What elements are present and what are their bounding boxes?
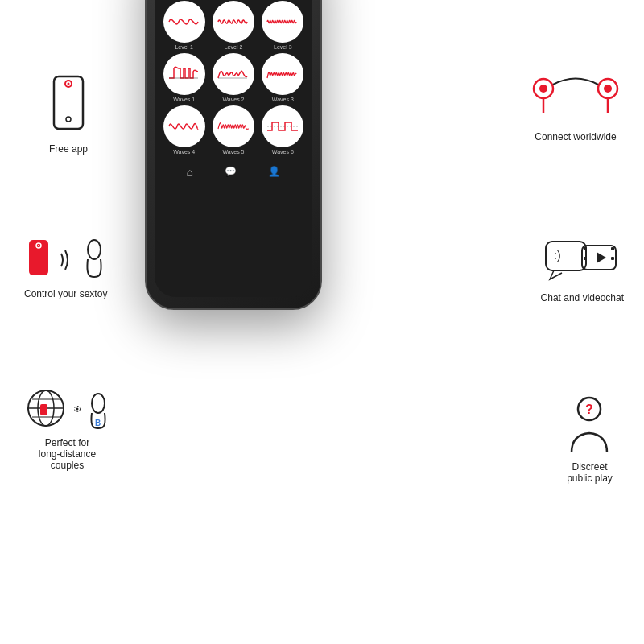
feature-discreet: ? Discreet public play xyxy=(564,394,616,484)
svg-point-23 xyxy=(539,85,547,93)
globe-icon xyxy=(24,386,68,431)
svg-rect-33 xyxy=(611,257,614,260)
nav-home-icon[interactable]: ⌂ xyxy=(187,166,193,179)
control-phone-icon xyxy=(25,237,53,282)
svg-point-7 xyxy=(66,117,71,122)
phone-outer: * ‹ Play modes ✦ Classic Music Delimit S… xyxy=(145,0,322,310)
nav-profile-icon[interactable]: 👤 xyxy=(268,166,280,179)
svg-rect-26 xyxy=(546,242,586,270)
mode-waves4[interactable]: Waves 4 xyxy=(161,105,207,155)
svg-rect-17 xyxy=(40,404,47,415)
mode-label: Waves 3 xyxy=(272,97,294,102)
svg-point-18 xyxy=(76,407,79,410)
feature-longdist: B Perfect for long-distance couples xyxy=(24,386,110,471)
connect-icon xyxy=(527,72,624,125)
mode-waves5[interactable]: Waves 5 xyxy=(210,105,256,155)
mode-label: Level 2 xyxy=(225,44,243,50)
phone-icon xyxy=(44,72,93,137)
feature-free-app: Free app xyxy=(44,72,93,155)
modes-grid: Level 1 Level 2 xyxy=(155,1,312,155)
svg-rect-32 xyxy=(611,247,614,250)
feature-chat: :) Chat and videochat xyxy=(541,237,624,303)
mode-label: Waves 2 xyxy=(223,97,245,102)
svg-text::): :) xyxy=(554,249,561,262)
mode-waves1[interactable]: Waves 1 xyxy=(161,53,207,102)
bottom-nav: ⌂ 💬 👤 xyxy=(155,159,312,185)
discreet-label: Discreet public play xyxy=(567,461,613,484)
phone-screen: * ‹ Play modes ✦ Classic Music Delimit S… xyxy=(155,0,312,297)
sound-waves-icon xyxy=(60,244,76,276)
svg-point-10 xyxy=(38,245,39,246)
svg-point-25 xyxy=(604,85,612,93)
connect-label: Connect worldwide xyxy=(535,131,616,142)
mode-label: Waves 1 xyxy=(173,97,195,102)
chat-label: Chat and videochat xyxy=(541,292,624,303)
chat-icon: :) xyxy=(542,237,622,286)
free-app-label: Free app xyxy=(49,143,88,155)
svg-point-5 xyxy=(68,83,70,85)
bt-device-icon: B xyxy=(86,389,110,429)
svg-text:B: B xyxy=(95,419,101,427)
mode-waves6[interactable]: Waves 6 xyxy=(260,105,306,155)
svg-rect-30 xyxy=(584,247,587,250)
control-label: Control your sextoy xyxy=(24,288,107,299)
mode-level2[interactable]: Level 2 xyxy=(210,1,256,50)
feature-control: Control your sextoy xyxy=(24,237,107,299)
feature-connect: Connect worldwide xyxy=(527,72,624,142)
mode-waves3[interactable]: Waves 3 xyxy=(260,53,306,102)
mode-waves2[interactable]: Waves 2 xyxy=(210,53,256,102)
mode-label: Waves 4 xyxy=(173,149,195,155)
svg-marker-29 xyxy=(597,252,606,263)
svg-rect-31 xyxy=(584,257,587,260)
mode-label: Level 3 xyxy=(274,44,292,50)
svg-point-11 xyxy=(88,240,101,259)
svg-text:?: ? xyxy=(585,402,593,416)
mode-label: Waves 5 xyxy=(223,149,245,155)
mode-label: Waves 6 xyxy=(272,149,294,155)
device-icon xyxy=(82,237,106,282)
mode-label: Level 1 xyxy=(175,44,193,50)
phone-wrapper: * ‹ Play modes ✦ Classic Music Delimit S… xyxy=(145,0,322,310)
mode-level3[interactable]: Level 3 xyxy=(260,1,306,50)
discreet-icon: ? xyxy=(564,394,616,455)
mode-level1[interactable]: Level 1 xyxy=(161,1,207,50)
svg-point-20 xyxy=(92,394,105,413)
nav-chat-icon[interactable]: 💬 xyxy=(225,166,237,179)
longdist-label: Perfect for long-distance couples xyxy=(39,437,96,471)
